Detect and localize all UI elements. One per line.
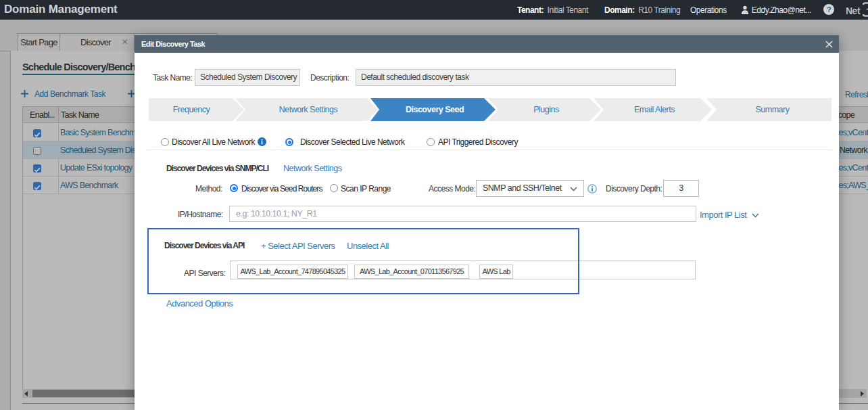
svg-text:?: ? <box>827 5 831 14</box>
